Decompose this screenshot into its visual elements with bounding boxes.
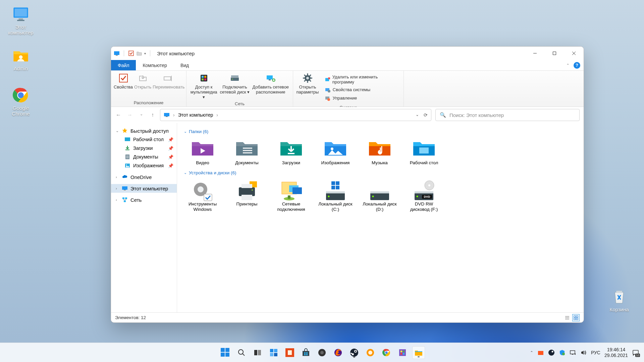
folder-music[interactable]: Музыка [361,138,398,166]
section-label: Устройства и диски (6) [189,170,236,175]
folder-video[interactable]: Видео [184,138,221,166]
ribbon-system-properties[interactable]: Свойства системы [323,86,398,94]
address-bar[interactable]: › Этот компьютер › ⌄ ⟳ [160,109,431,121]
svg-rect-19 [202,78,204,80]
breadcrumb-item[interactable]: Этот компьютер [178,112,213,118]
chevron-down-icon: ⌄ [184,171,187,175]
ribbon-properties[interactable]: Свойства [114,73,133,90]
pin-icon[interactable]: 📌 [168,137,173,142]
folder-documents[interactable]: Документы [228,138,266,166]
tray-volume-icon[interactable] [580,349,587,356]
taskbar-search-button[interactable] [235,346,248,359]
window-titlebar[interactable]: ▾ Этот компьютер [111,47,584,60]
desktop-icon-chrome[interactable]: Google Chrome [6,86,36,117]
start-button[interactable] [219,346,232,359]
section-header-devices[interactable]: ⌄ Устройства и диски (6) [184,168,577,179]
folder-pictures[interactable]: Изображения [317,138,354,166]
taskbar-widgets-button[interactable] [267,346,280,359]
view-details-button[interactable] [564,314,571,321]
nav-up-button[interactable]: ↑ [149,112,156,118]
device-local-disk-c[interactable]: Локальный диск (C:) [317,179,354,212]
ribbon-uninstall-program[interactable]: Удалить или изменить программу [323,74,398,85]
content-pane[interactable]: ⌄ Папки (6) Видео Документы Загрузки [177,123,584,312]
device-windows-tools[interactable]: Инструменты Windows [184,179,221,212]
nav-back-button[interactable]: ← [115,112,122,118]
tools-icon [191,179,215,198]
chevron-down-icon[interactable]: ⌄ [116,129,119,133]
tab-view[interactable]: Вид [174,60,196,70]
taskbar-app-steam[interactable] [348,346,361,359]
qat-properties-icon[interactable] [128,50,134,56]
search-box[interactable]: 🔍 Поиск: Этот компьютер [435,109,580,121]
tray-security-icon[interactable] [559,349,566,356]
sidebar-label: Рабочий стол [133,137,164,142]
sidebar-network[interactable]: › Сеть [111,195,177,204]
breadcrumb-separator-icon[interactable]: › [173,112,175,118]
taskbar-app-browser[interactable] [364,346,377,359]
ribbon-open[interactable]: Открыть [134,73,151,90]
folder-desktop[interactable]: Рабочий стол [405,138,443,166]
qat-dropdown-icon[interactable]: ▾ [144,52,146,55]
ribbon-manage[interactable]: Управление [323,95,398,102]
tab-computer[interactable]: Компьютер [136,60,173,70]
tray-app-icon[interactable] [537,349,544,356]
tray-notifications-button[interactable]: 10 [632,349,639,356]
minimize-button[interactable] [525,47,545,60]
ribbon-add-network-location[interactable]: Добавить сетевое расположение [251,73,290,95]
taskbar[interactable]: ⌃ РУС 19:46:14 29.06.2021 10 [0,343,644,362]
taskbar-app-misc[interactable] [396,346,409,359]
taskbar-app-file-explorer[interactable] [412,346,425,359]
qat-folder-icon[interactable] [136,50,142,56]
sidebar-desktop[interactable]: Рабочий стол 📌 [111,135,177,144]
help-icon[interactable]: ? [574,62,580,69]
sidebar-quick-access[interactable]: ⌄ Быстрый доступ [111,126,177,135]
tray-clock[interactable]: 19:46:14 29.06.2021 [604,347,628,358]
taskbar-app-obs[interactable] [316,346,328,359]
taskbar-task-view-button[interactable] [251,346,264,359]
ribbon-map-drive[interactable]: Подключить сетевой диск ▾ [220,73,250,95]
tray-overflow-button[interactable]: ⌃ [530,350,533,355]
sidebar-downloads[interactable]: Загрузки 📌 [111,144,177,153]
desktop-icon-admin[interactable]: Admin [6,47,36,71]
svg-rect-43 [164,113,169,116]
close-button[interactable] [564,47,584,60]
device-printers[interactable]: Принтеры [228,179,266,212]
desktop-icon-this-pc[interactable]: Этот компьютер [6,5,36,36]
address-dropdown-icon[interactable]: ⌄ [416,112,419,118]
ribbon-media-access[interactable]: Доступ к мультимедиа ▾ [189,73,218,100]
refresh-button[interactable]: ⟳ [424,112,428,118]
nav-forward-button[interactable]: → [126,112,133,118]
tray-network-icon[interactable] [570,349,576,356]
pin-icon[interactable]: 📌 [168,146,173,151]
chevron-right-icon[interactable]: › [116,198,119,202]
breadcrumb-separator-icon[interactable]: › [216,112,218,118]
ribbon-open-settings[interactable]: Открыть параметры [296,73,319,95]
device-dvd-drive[interactable]: DVD DVD RW дисковод (F:) [405,179,443,212]
taskbar-app-store[interactable] [300,346,312,359]
device-network-connections[interactable]: Сетевые подключения [272,179,310,212]
sidebar-documents[interactable]: Документы 📌 [111,153,177,161]
sidebar-this-pc[interactable]: › Этот компьютер [111,184,177,193]
taskbar-app-firefox[interactable] [332,346,344,359]
sidebar-onedrive[interactable]: › OneDrive [111,173,177,181]
device-local-disk-d[interactable]: Локальный диск (D:) [361,179,398,212]
ribbon-collapse-icon[interactable]: ⌃ [566,63,570,68]
taskbar-app-chrome[interactable] [380,346,393,359]
ribbon-rename[interactable]: Переименовать [153,73,183,90]
section-header-folders[interactable]: ⌄ Папки (6) [184,126,577,138]
chevron-right-icon[interactable]: › [116,186,119,190]
view-large-icons-button[interactable] [572,314,580,321]
pin-icon[interactable]: 📌 [168,155,173,160]
tab-file[interactable]: Файл [111,60,136,70]
pin-icon[interactable]: 📌 [168,163,173,168]
chevron-right-icon[interactable]: › [116,175,119,179]
taskbar-app-office[interactable] [283,346,296,359]
maximize-button[interactable] [545,47,564,60]
desktop-icon-recycle-bin[interactable]: Корзина [604,288,634,312]
sidebar-pictures[interactable]: Изображения 📌 [111,161,177,170]
svg-rect-1 [15,9,27,17]
nav-recent-dropdown[interactable]: ⌄ [138,112,145,118]
tray-language-indicator[interactable]: РУС [591,350,600,355]
tray-steam-icon[interactable] [548,349,555,356]
folder-downloads[interactable]: Загрузки [272,138,310,166]
